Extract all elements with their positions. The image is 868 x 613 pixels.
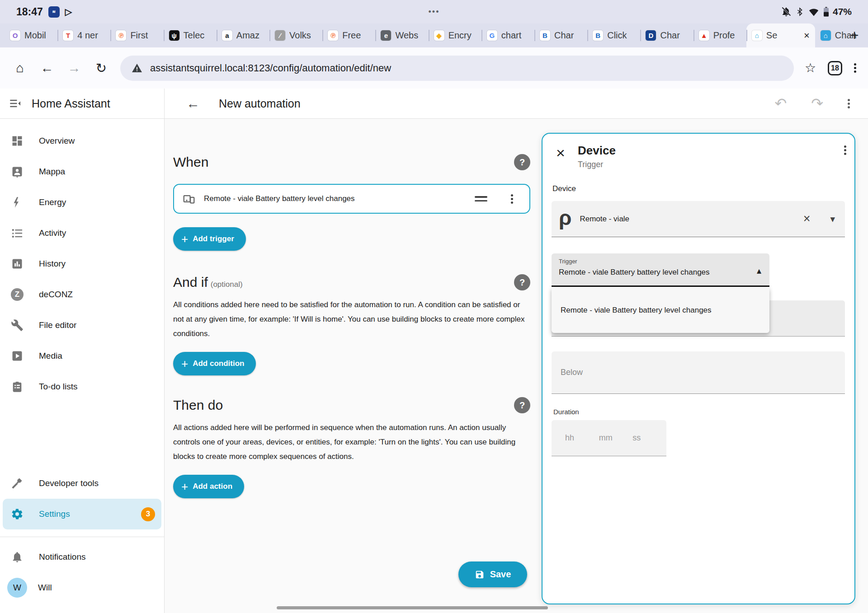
browser-tab[interactable]: T 4 ner × xyxy=(57,23,110,47)
trigger-select-label: Trigger xyxy=(559,258,762,265)
browser-tab[interactable]: O Mobil × xyxy=(5,23,57,47)
tab-label: Webs xyxy=(395,30,418,41)
browser-tab[interactable]: ▲ Profe × xyxy=(693,23,746,47)
sidebar-item-mappa[interactable]: Mappa xyxy=(3,156,161,187)
sidebar-item-notifications[interactable]: Notifications xyxy=(3,542,161,572)
sidebar-item-history[interactable]: History xyxy=(3,248,161,279)
deconz-icon: Z xyxy=(11,288,24,301)
browser-tab[interactable]: ⌂ Se × xyxy=(746,23,815,47)
bookmark-star-icon[interactable]: ☆ xyxy=(805,61,816,75)
sidebar-divider xyxy=(0,537,164,537)
add-action-button[interactable]: + Add action xyxy=(173,475,244,498)
duration-field[interactable]: hh mm ss xyxy=(552,420,666,456)
trigger-row-label: Remote - viale Battery battery level cha… xyxy=(204,194,355,203)
forward-button[interactable]: → xyxy=(61,61,87,75)
browser-tab[interactable]: e Webs × xyxy=(375,23,428,47)
app-title: Home Assistant xyxy=(32,97,110,110)
sidebar-item-label: Settings xyxy=(39,509,70,519)
sidebar-item-developer-tools[interactable]: Developer tools xyxy=(3,468,161,499)
browser-menu-icon[interactable] xyxy=(854,67,856,69)
tab-close-icon[interactable]: × xyxy=(804,30,810,42)
browser-tab[interactable]: B Click × xyxy=(587,23,640,47)
chart-box-icon xyxy=(11,257,24,270)
tab-switcher-button[interactable]: 18 xyxy=(828,61,842,75)
redo-icon[interactable]: ↷ xyxy=(811,95,823,112)
sidebar-item-settings[interactable]: Settings 3 xyxy=(3,499,161,529)
browser-tab[interactable]: ℗ First × xyxy=(110,23,163,47)
drill-favicon: T xyxy=(63,30,73,41)
gear-icon xyxy=(11,508,24,520)
chevron-down-icon[interactable]: ▾ xyxy=(830,214,835,225)
sidebar-item-label: Notifications xyxy=(39,552,86,562)
actions-description: All actions added here will be performed… xyxy=(173,421,530,464)
phoscon-logo-icon: ρ xyxy=(559,207,571,228)
sidebar-item-label: History xyxy=(39,259,66,269)
add-trigger-button[interactable]: + Add trigger xyxy=(173,227,246,251)
new-tab-button[interactable]: + xyxy=(841,23,868,47)
url-bar[interactable]: assistantsquirrel.local:8123/config/auto… xyxy=(120,56,794,81)
page-menu-icon[interactable] xyxy=(848,103,850,105)
browser-tab[interactable]: ∕ Volks × xyxy=(269,23,322,47)
device-picker[interactable]: ρ Remote - viale × ▾ xyxy=(552,201,845,237)
browser-tab[interactable]: G chart × xyxy=(481,23,534,47)
tab-label: Char xyxy=(660,30,679,41)
dialog-menu-icon[interactable] xyxy=(844,149,846,151)
sidebar-item-activity[interactable]: Activity xyxy=(3,218,161,248)
flame-favicon: ▲ xyxy=(699,30,709,41)
duration-hh[interactable]: hh xyxy=(565,433,599,443)
tab-label: Free xyxy=(342,30,361,41)
plus-icon: + xyxy=(181,232,188,246)
help-icon[interactable]: ? xyxy=(514,397,530,413)
duration-label: Duration xyxy=(553,408,579,416)
settings-badge: 3 xyxy=(141,507,155,521)
back-button[interactable]: ← xyxy=(34,61,60,75)
browser-tab-strip: O Mobil × T 4 ner × ℗ First × ψ Telec × … xyxy=(0,23,868,47)
drag-handle-icon[interactable] xyxy=(475,196,487,201)
sidebar-item-label: File editor xyxy=(39,320,76,330)
back-arrow-icon[interactable]: ← xyxy=(186,96,200,111)
horizontal-scrollbar[interactable] xyxy=(277,606,548,609)
browser-tab[interactable]: B Char × xyxy=(534,23,587,47)
sidebar-item-label: deCONZ xyxy=(39,290,73,299)
trigger-row[interactable]: Remote - viale Battery battery level cha… xyxy=(173,184,530,214)
tab-label: Mobil xyxy=(24,30,46,41)
sidebar-item-media[interactable]: Media xyxy=(3,341,161,371)
bell-icon xyxy=(11,551,24,563)
and-if-heading: And if(optional) xyxy=(173,275,243,290)
when-heading: When xyxy=(173,154,208,170)
dropdown-option[interactable]: Remote - viale Battery battery level cha… xyxy=(561,306,712,315)
sidebar-item-file-editor[interactable]: File editor xyxy=(3,310,161,341)
reload-button[interactable]: ↻ xyxy=(89,61,114,76)
browser-tab[interactable]: D Char × xyxy=(640,23,693,47)
save-button[interactable]: Save xyxy=(458,562,527,587)
sidebar-item-overview[interactable]: Overview xyxy=(3,126,161,156)
browser-toolbar: ⌂ ← → ↻ assistantsquirrel.local:8123/con… xyxy=(0,47,868,89)
trigger-row-menu-icon[interactable] xyxy=(511,198,513,200)
list-icon xyxy=(11,227,24,239)
tab-label: Se xyxy=(766,30,777,41)
trigger-select[interactable]: Trigger Remote - viale Battery battery l… xyxy=(552,253,769,287)
help-icon[interactable]: ? xyxy=(514,154,530,170)
device-value: Remote - viale xyxy=(580,215,629,224)
duration-ss[interactable]: ss xyxy=(632,433,666,443)
browser-tab[interactable]: ℗ Free × xyxy=(322,23,375,47)
add-condition-button[interactable]: + Add condition xyxy=(173,352,256,375)
sidebar-item-energy[interactable]: Energy xyxy=(3,187,161,218)
home-button[interactable]: ⌂ xyxy=(7,61,33,75)
clear-device-icon[interactable]: × xyxy=(803,212,811,226)
tab-label: 4 ner xyxy=(77,30,98,41)
sidebar-item-user[interactable]: W Will xyxy=(3,572,161,603)
duration-mm[interactable]: mm xyxy=(599,433,633,443)
close-icon[interactable]: × xyxy=(551,144,571,162)
undo-icon[interactable]: ↶ xyxy=(774,95,787,112)
browser-tab[interactable]: ◆ Encry × xyxy=(429,23,481,47)
browser-tab[interactable]: a Amaz × xyxy=(217,23,269,47)
user-name: Will xyxy=(38,583,52,593)
sidebar-item-todo[interactable]: To-do lists xyxy=(3,371,161,402)
browser-tab[interactable]: ψ Telec × xyxy=(164,23,217,47)
help-icon[interactable]: ? xyxy=(514,274,530,290)
below-field[interactable]: Below xyxy=(552,351,845,394)
sidebar-toggle-icon[interactable] xyxy=(9,97,22,110)
sidebar-item-deconz[interactable]: Z deCONZ xyxy=(3,279,161,310)
conditions-description: All conditions added here need to be sat… xyxy=(173,298,530,341)
